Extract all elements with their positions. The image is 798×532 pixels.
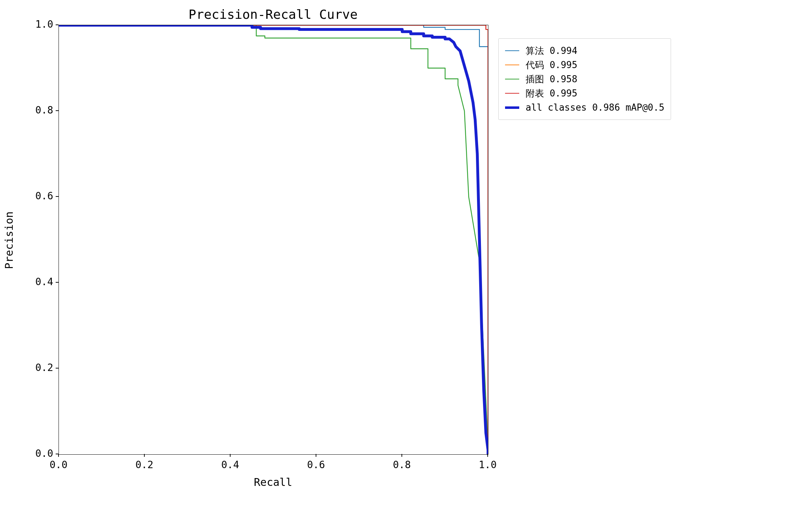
legend-item: 算法 0.994 xyxy=(505,44,664,58)
x-tick-label: 0.8 xyxy=(388,459,416,471)
x-tick-label: 0.2 xyxy=(130,459,159,471)
y-tick-mark xyxy=(56,24,59,25)
x-tick-mark xyxy=(487,454,488,457)
x-tick-mark xyxy=(230,454,231,457)
legend-item: 附表 0.995 xyxy=(505,86,664,100)
plot-area xyxy=(59,25,488,455)
x-tick-label: 0.6 xyxy=(302,459,330,471)
legend-swatch xyxy=(505,65,519,66)
legend-label: 算法 0.994 xyxy=(526,45,577,57)
y-tick-label: 0.4 xyxy=(25,276,53,288)
x-tick-label: 0.0 xyxy=(44,459,73,471)
legend-label: all classes 0.986 mAP@0.5 xyxy=(526,102,664,113)
x-axis-label: Recall xyxy=(59,476,488,488)
y-tick-label: 1.0 xyxy=(25,18,53,30)
y-axis-label: Precision xyxy=(3,205,15,276)
legend-swatch xyxy=(505,50,519,51)
legend-swatch xyxy=(505,79,519,80)
legend-label: 代码 0.995 xyxy=(526,59,577,71)
y-tick-label: 0.8 xyxy=(25,104,53,116)
series-line xyxy=(59,25,488,454)
y-tick-label: 0.2 xyxy=(25,362,53,373)
legend-item: 代码 0.995 xyxy=(505,58,664,72)
y-tick-mark xyxy=(56,454,59,454)
x-tick-label: 1.0 xyxy=(473,459,502,471)
y-tick-mark xyxy=(56,282,59,283)
legend-label: 附表 0.995 xyxy=(526,87,577,100)
legend: 算法 0.994代码 0.995插图 0.958附表 0.995all clas… xyxy=(498,38,671,120)
plot-svg xyxy=(59,25,488,454)
legend-swatch xyxy=(505,93,519,94)
y-tick-label: 0.6 xyxy=(25,190,53,202)
x-tick-mark xyxy=(58,454,59,457)
series-line xyxy=(59,25,488,454)
y-tick-mark xyxy=(56,196,59,197)
x-tick-mark xyxy=(401,454,402,457)
series-line xyxy=(59,25,488,454)
x-tick-label: 0.4 xyxy=(216,459,244,471)
chart-title: Precision-Recall Curve xyxy=(59,7,488,22)
figure: Precision-Recall Curve Precision Recall … xyxy=(0,0,798,532)
series-line xyxy=(59,25,488,454)
x-tick-mark xyxy=(316,454,316,457)
legend-item: 插图 0.958 xyxy=(505,72,664,86)
y-tick-mark xyxy=(56,110,59,111)
series-line xyxy=(59,25,488,454)
legend-label: 插图 0.958 xyxy=(526,73,577,85)
x-tick-mark xyxy=(144,454,145,457)
y-tick-mark xyxy=(56,368,59,368)
legend-swatch xyxy=(505,106,519,109)
legend-item: all classes 0.986 mAP@0.5 xyxy=(505,100,664,115)
y-tick-label: 0.0 xyxy=(25,448,53,459)
